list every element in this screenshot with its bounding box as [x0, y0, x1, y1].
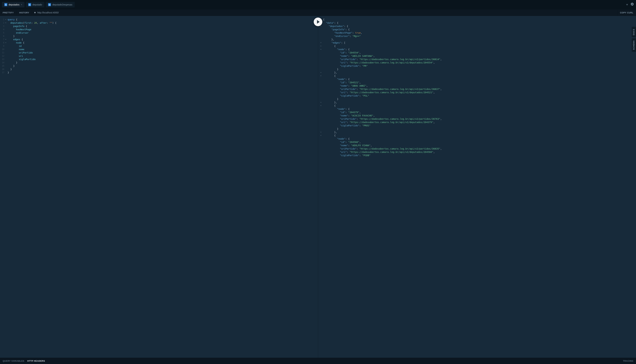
code-line: edges { [8, 38, 318, 41]
code-line: "nome": "ADOLFO VIANA", [323, 144, 636, 147]
code-line: uriPartido [8, 51, 318, 54]
code-line: "id": "204379", [323, 110, 636, 114]
code-line: } [8, 68, 318, 71]
code-line: "id": "204560", [323, 140, 636, 144]
code-line: "siglaPartido": "PROS" [323, 124, 636, 127]
code-line: "nome": "ACÁCIO FAVACHO", [323, 114, 636, 117]
fold-gutter[interactable]: ▾▾▾▾ [5, 18, 7, 74]
code-line: "id": "204554", [323, 51, 636, 54]
code-line: "uriPartido": "https://dadosabertos.cama… [323, 117, 636, 120]
code-line: "uri": "https://dadosabertos.camara.leg.… [323, 61, 636, 64]
toolbar: PRETTIFY HISTORY http://localhost:4000/ … [0, 9, 636, 16]
fold-gutter[interactable]: ▾▾▾▾▾▾▾▾▾▾▾▾ [320, 18, 322, 157]
code-line: { [323, 44, 636, 48]
code-line: { [323, 134, 636, 137]
query-badge-icon: Q [28, 3, 31, 6]
code-line: "siglaPartido": "PR" [323, 64, 636, 68]
tabs-container: Qdeputados×QdeputadoQdeputadoDespesas [2, 2, 624, 8]
tab-label: deputado [32, 3, 42, 6]
side-tabs: DOCS SCHEMA [632, 27, 636, 52]
close-icon[interactable]: × [21, 4, 22, 6]
code-line: query { [8, 18, 318, 21]
code-line: "node": { [323, 48, 636, 51]
query-editor[interactable]: 1234567891011121314151617 ▾▾▾▾ query { d… [0, 16, 318, 358]
tab-deputados[interactable]: Qdeputados× [2, 2, 24, 8]
play-icon [317, 20, 320, 24]
history-button[interactable]: HISTORY [16, 10, 32, 16]
code-line: "siglaPartido": "PSDB" [323, 154, 636, 157]
code-line: "id": "204521", [323, 81, 636, 84]
code-line: }, [323, 130, 636, 134]
code-line: "data": { [323, 21, 636, 24]
code-line: hasNextPage [8, 28, 318, 31]
code-line: } [8, 64, 318, 68]
bottom-bar: QUERY VARIABLES HTTP HEADERS TRACING [0, 358, 636, 364]
execute-button[interactable] [314, 18, 322, 26]
settings-icon[interactable] [630, 2, 634, 7]
tracing-tab[interactable]: TRACING [623, 360, 633, 362]
code-line: "uriPartido": "https://dadosabertos.cama… [323, 58, 636, 61]
code-line: } [8, 61, 318, 64]
line-gutter: 1234567891011121314151617 [0, 18, 5, 74]
tab-deputado[interactable]: Qdeputado [26, 2, 44, 8]
code-line: { [323, 18, 636, 21]
copy-curl-button[interactable]: COPY CURL [617, 10, 636, 16]
tab-label: deputados [8, 3, 20, 6]
code-line: "edges": [ [323, 41, 636, 44]
code-line: "deputados": { [323, 24, 636, 28]
query-code[interactable]: query { deputados(first: 20, after: "") … [0, 18, 318, 74]
code-line: "pageInfo": { [323, 28, 636, 31]
code-line: }, [323, 101, 636, 104]
code-line: "siglaPartido": "PSL" [323, 94, 636, 98]
code-line: }, [323, 38, 636, 41]
http-headers-tab[interactable]: HTTP HEADERS [27, 360, 45, 362]
code-line: } [323, 68, 636, 71]
code-line: } [8, 34, 318, 38]
response-code: { "data": { "deputados": { "pageInfo": {… [318, 18, 636, 157]
schema-tab[interactable]: SCHEMA [632, 38, 636, 52]
prettify-button[interactable]: PRETTIFY [0, 10, 16, 16]
tab-deputadoDespesas[interactable]: QdeputadoDespesas [46, 2, 75, 8]
response-viewer[interactable]: ▾▾▾▾▾▾▾▾▾▾▾▾ { "data": { "deputados": { … [318, 16, 636, 358]
code-line: nome [8, 48, 318, 51]
query-badge-icon: Q [48, 3, 51, 6]
code-line: deputados(first: 20, after: "") { [8, 21, 318, 24]
code-line: siglaPartido [8, 58, 318, 61]
code-line: "endCursor": "Mg==" [323, 34, 636, 38]
add-tab-button[interactable]: + [624, 1, 630, 8]
endpoint-url: http://localhost:4000/ [37, 11, 59, 14]
query-badge-icon: Q [4, 3, 7, 6]
code-line: "node": { [323, 107, 636, 110]
code-line: node { [8, 41, 318, 44]
url-input[interactable]: http://localhost:4000/ [32, 10, 617, 16]
code-line: endCursor [8, 31, 318, 34]
code-line: uri [8, 54, 318, 58]
code-line: "hasNextPage": true, [323, 31, 636, 34]
code-line: { [323, 74, 636, 78]
code-line: "uriPartido": "https://dadosabertos.cama… [323, 147, 636, 150]
code-line: id [8, 44, 318, 48]
main-area: 1234567891011121314151617 ▾▾▾▾ query { d… [0, 16, 636, 358]
code-line: "node": { [323, 78, 636, 81]
code-line: }, [323, 71, 636, 74]
code-line: "nome": "ABOU ANNI", [323, 84, 636, 88]
code-line: "uri": "https://dadosabertos.camara.leg.… [323, 150, 636, 154]
code-line: "uriPartido": "https://dadosabertos.cama… [323, 88, 636, 91]
tabs-bar: Qdeputados×QdeputadoQdeputadoDespesas + [0, 0, 636, 9]
query-variables-tab[interactable]: QUERY VARIABLES [3, 360, 24, 362]
tab-label: deputadoDespesas [52, 3, 72, 6]
code-line: "node": { [323, 137, 636, 140]
code-line: "uri": "https://dadosabertos.camara.leg.… [323, 91, 636, 94]
docs-tab[interactable]: DOCS [632, 27, 636, 37]
code-line: } [323, 98, 636, 101]
code-line: { [323, 104, 636, 107]
code-line: } [323, 127, 636, 130]
code-line: "uri": "https://dadosabertos.camara.leg.… [323, 120, 636, 124]
endpoint-status-icon [34, 12, 36, 13]
code-line: "nome": "ABÍLIO SANTANA", [323, 54, 636, 58]
code-line: } [8, 71, 318, 74]
code-line: pageInfo { [8, 24, 318, 28]
